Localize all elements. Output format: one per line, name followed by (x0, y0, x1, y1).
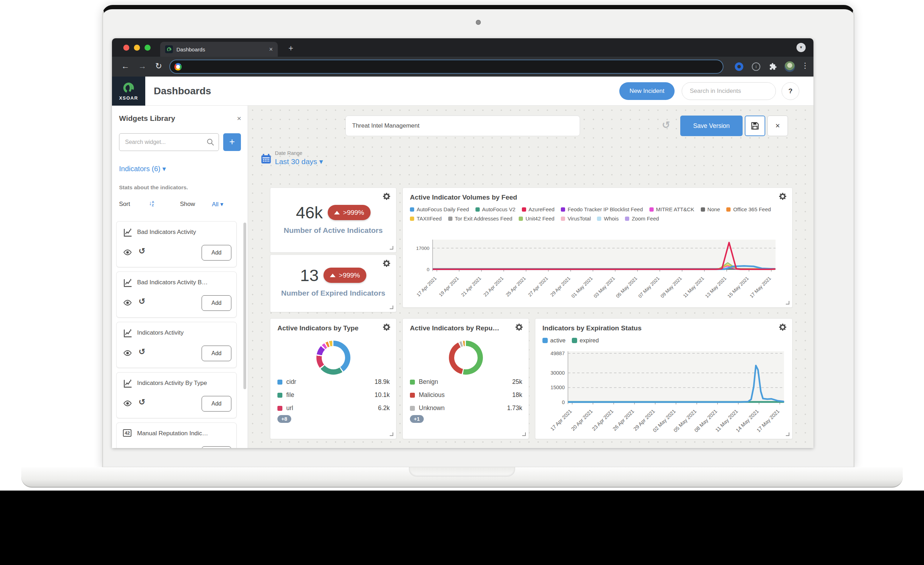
widget-library-card[interactable]: Bad Indicators Activity B…↺Add (116, 272, 237, 318)
legend-item[interactable]: MITRE ATT&CK (650, 206, 694, 212)
browser-menu-icon[interactable]: ⋮ (801, 61, 809, 70)
discard-button[interactable]: × (767, 116, 788, 136)
history-icon[interactable]: ↺ (138, 347, 145, 356)
legend-item[interactable]: AutoFocus Daily Feed (410, 206, 469, 212)
resize-handle[interactable] (522, 433, 526, 436)
svg-text:15000: 15000 (550, 385, 565, 390)
legend-value: 1.73k (507, 404, 522, 412)
resize-handle[interactable] (786, 433, 789, 436)
preview-eye-icon[interactable] (123, 400, 132, 407)
chevron-down-icon[interactable]: ▼ (796, 43, 806, 52)
window-zoom-button[interactable] (144, 45, 151, 51)
version-history-icon[interactable]: ↺ (662, 119, 670, 131)
legend-value: 18.9k (375, 378, 390, 386)
legend-label: AzureFeed (529, 206, 555, 212)
legend-label: Zoom Feed (632, 215, 659, 221)
show-filter-dropdown[interactable]: All ▾ (212, 201, 223, 208)
widget-library-card[interactable]: Bad Indicators Activity↺Add (116, 221, 237, 267)
gear-icon[interactable] (779, 323, 787, 331)
help-button[interactable]: ? (782, 82, 799, 100)
xsoar-logo[interactable]: XSOAR (112, 77, 145, 106)
add-widget-to-dashboard-button[interactable]: Add (202, 346, 231, 361)
legend-item[interactable]: AzureFeed (522, 206, 555, 212)
preview-eye-icon[interactable] (123, 249, 132, 255)
indicators-category-dropdown[interactable]: Indicators (6) ▾ (119, 164, 166, 173)
caret-down-icon: ▾ (220, 201, 224, 208)
legend-item[interactable]: Office 365 Feed (726, 206, 771, 212)
search-widget-input[interactable] (119, 133, 219, 151)
donut-legend-row[interactable]: Benign25k (410, 376, 522, 388)
legend-item[interactable]: Tor Exit Addresses Feed (448, 215, 513, 221)
donut-legend-row[interactable]: cidr18.9k (278, 376, 390, 388)
calendar-icon (260, 153, 272, 164)
legend-swatch (561, 216, 565, 221)
extension-blue-dot-icon[interactable] (735, 62, 743, 71)
resize-handle[interactable] (390, 433, 393, 436)
search-incidents-input[interactable] (682, 82, 776, 100)
history-icon[interactable]: ↺ (138, 448, 145, 448)
close-icon[interactable]: × (237, 114, 241, 123)
donut-legend-row[interactable]: file10.1k (278, 388, 390, 401)
legend-swatch (278, 406, 282, 411)
donut-legend-row[interactable]: url6.2k (278, 401, 390, 415)
reload-icon[interactable]: ↻ (155, 61, 162, 71)
legend-item[interactable]: Unit42 Feed (519, 215, 555, 221)
window-minimize-button[interactable] (134, 45, 140, 51)
new-tab-button[interactable]: + (286, 44, 296, 53)
url-bar[interactable] (170, 60, 723, 74)
add-widget-to-dashboard-button[interactable]: Add (202, 446, 231, 448)
history-icon[interactable]: ↺ (138, 246, 145, 256)
sidebar-scrollbar[interactable] (243, 222, 246, 389)
tab-close-icon[interactable]: × (269, 46, 273, 53)
gear-icon[interactable] (515, 323, 524, 331)
svg-text:17 Apr 2021: 17 Apr 2021 (416, 276, 438, 298)
donut-legend-row[interactable]: Unknown1.73k (410, 401, 522, 415)
add-widget-to-dashboard-button[interactable]: Add (202, 396, 231, 412)
preview-eye-icon[interactable] (123, 299, 132, 306)
save-version-button[interactable]: Save Version (680, 116, 742, 136)
date-range-dropdown[interactable]: Last 30 days ▾ (275, 157, 323, 166)
history-icon[interactable]: ↺ (138, 397, 145, 407)
add-widget-button[interactable]: + (223, 133, 241, 151)
info-icon[interactable]: i (752, 62, 760, 71)
widget-library-card[interactable]: 42Manual Reputation Indic…↺Add (116, 422, 237, 448)
history-icon[interactable]: ↺ (138, 297, 145, 306)
legend-item[interactable]: TAXIIFeed (410, 215, 442, 221)
resize-handle[interactable] (390, 305, 393, 309)
legend-item[interactable]: active (542, 337, 566, 344)
legend-item[interactable]: VirusTotal (561, 215, 591, 221)
widget-library-card[interactable]: Indicators Activity By Type↺Add (116, 372, 237, 418)
dashboard-name-input[interactable] (345, 116, 580, 136)
legend-item[interactable]: Feodo Tracker IP Blocklist Feed (561, 206, 643, 212)
forward-icon[interactable]: → (138, 61, 146, 71)
expiration-chart: 498873000015000017 Apr 202120 Apr 202123… (540, 349, 788, 438)
save-icon-button[interactable] (745, 116, 765, 136)
more-reputations-badge[interactable]: +1 (410, 415, 424, 423)
svg-text:21 Apr 2021: 21 Apr 2021 (460, 276, 482, 298)
resize-handle[interactable] (390, 246, 393, 249)
donut-legend-row[interactable]: Malicious18k (410, 388, 522, 401)
sort-az-icon[interactable]: ↓AZ (149, 200, 154, 207)
svg-text:26 Apr 2021: 26 Apr 2021 (612, 408, 635, 432)
legend-item[interactable]: Whois (597, 215, 619, 221)
resize-handle[interactable] (786, 301, 789, 305)
add-widget-to-dashboard-button[interactable]: Add (202, 245, 231, 260)
more-types-badge[interactable]: +8 (278, 415, 291, 423)
gear-icon[interactable] (779, 192, 787, 201)
gear-icon[interactable] (382, 192, 391, 201)
legend-item[interactable]: None (701, 206, 720, 212)
back-icon[interactable]: ← (121, 61, 129, 71)
type-donut-legend: cidr18.9kfile10.1kurl6.2k (278, 376, 390, 415)
new-incident-button[interactable]: New Incident (619, 82, 675, 100)
window-close-button[interactable] (123, 45, 129, 51)
legend-item[interactable]: Zoom Feed (625, 215, 659, 221)
avatar[interactable] (784, 61, 795, 72)
widget-library-card[interactable]: Indicators Activity↺Add (116, 322, 237, 368)
preview-eye-icon[interactable] (123, 350, 132, 356)
legend-item[interactable]: expired (572, 337, 599, 344)
add-widget-to-dashboard-button[interactable]: Add (202, 295, 231, 311)
gear-icon[interactable] (382, 323, 391, 331)
browser-tab[interactable]: Dashboards × (160, 42, 278, 57)
extensions-puzzle-icon[interactable] (768, 62, 777, 71)
legend-item[interactable]: AutoFocus V2 (476, 206, 516, 212)
